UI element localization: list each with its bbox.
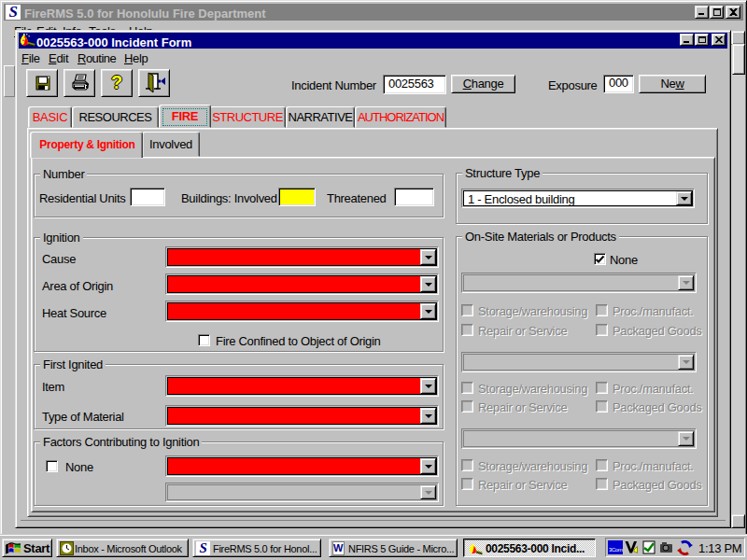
svg-text:3Com: 3Com [609, 547, 623, 553]
